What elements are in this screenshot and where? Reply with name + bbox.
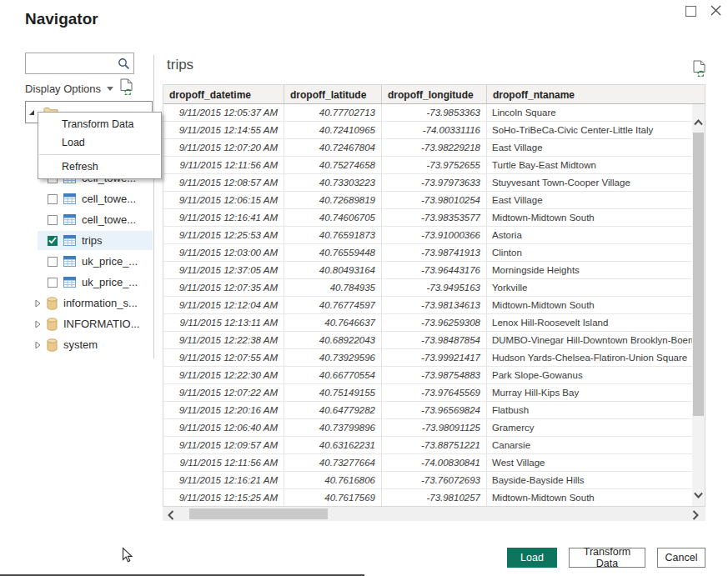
horizontal-scrollbar[interactable] — [163, 507, 705, 521]
cell: 40.64779282 — [284, 402, 382, 418]
cell: 9/11/2015 12:11:56 AM — [163, 157, 284, 173]
cell: 9/11/2015 12:22:38 AM — [163, 332, 284, 348]
column-header-dropoff_longitude[interactable]: dropoff_longitude — [382, 85, 487, 103]
cell: -73.91000366 — [382, 227, 487, 243]
cancel-button[interactable]: Cancel — [657, 548, 705, 568]
horizontal-scroll-thumb[interactable] — [189, 508, 328, 519]
cell: 9/11/2015 12:05:37 AM — [163, 104, 284, 121]
cell: DUMBO-Vinegar Hill-Downtown Brooklyn-Boe… — [487, 332, 692, 348]
navigator-dialog: Navigator Display Options — [0, 0, 728, 576]
load-button[interactable]: Load — [507, 548, 557, 568]
tree-item-informatio[interactable]: INFORMATIO... — [25, 313, 153, 334]
scroll-right-icon[interactable] — [692, 508, 699, 523]
checkbox[interactable] — [48, 194, 58, 204]
cell: 9/11/2015 12:06:40 AM — [163, 419, 284, 436]
cell: Lincoln Square — [487, 104, 692, 121]
cell: -74.00331116 — [382, 122, 487, 138]
cell: -74.00830841 — [382, 454, 487, 471]
cell: 40.63162231 — [284, 437, 382, 453]
table-body: 9/11/2015 12:05:37 AM40.77702713-73.9853… — [163, 104, 692, 506]
cell: Midtown-Midtown South — [487, 297, 692, 313]
table-row: 9/11/2015 12:07:55 AM40.73929596-73.9992… — [163, 349, 692, 367]
cell: -73.96569824 — [382, 402, 487, 418]
menu-item-transform-data[interactable]: Transform Data — [38, 115, 161, 133]
menu-item-refresh[interactable]: Refresh — [38, 158, 161, 176]
menu-item-load[interactable]: Load — [38, 133, 161, 152]
table-icon — [63, 193, 76, 204]
table-row: 9/11/2015 12:08:57 AM40.73303223-73.9797… — [163, 174, 692, 192]
tree-item-uk-price[interactable]: uk_price_... — [25, 272, 153, 293]
cell: 9/11/2015 12:14:55 AM — [163, 122, 284, 138]
cell: -73.98091125 — [382, 419, 487, 436]
table-icon — [63, 277, 76, 288]
preview-table: dropoff_datetimedropoff_latitudedropoff_… — [163, 84, 705, 507]
cell: -73.9810257 — [382, 489, 487, 506]
tree-item-label: cell_towe... — [82, 193, 136, 205]
cell: -73.98353577 — [382, 209, 487, 226]
vertical-scroll-thumb[interactable] — [693, 133, 704, 416]
tree-item-trips[interactable]: trips — [25, 230, 153, 251]
column-header-dropoff_ntaname[interactable]: dropoff_ntaname — [487, 85, 705, 103]
cell: 40.73303223 — [284, 174, 382, 191]
cell: 9/11/2015 12:16:21 AM — [163, 472, 284, 488]
cell: 40.74606705 — [284, 209, 382, 226]
column-header-dropoff_datetime[interactable]: dropoff_datetime — [163, 85, 284, 103]
cell: -73.9853363 — [382, 104, 487, 121]
table-icon — [63, 214, 76, 225]
checkbox[interactable] — [48, 257, 58, 267]
cell: 9/11/2015 12:03:00 AM — [163, 244, 284, 261]
cell: -73.9752655 — [382, 157, 487, 173]
cell: -73.98754883 — [382, 367, 487, 383]
cell: Park Slope-Gowanus — [487, 367, 692, 383]
transform-data-button[interactable]: Transform Data — [569, 548, 645, 568]
checkbox[interactable] — [48, 278, 58, 288]
vertical-scrollbar[interactable] — [692, 104, 705, 506]
checkbox[interactable] — [48, 215, 58, 225]
refresh-preview-icon[interactable] — [693, 60, 707, 77]
checkbox[interactable] — [48, 236, 58, 246]
column-header-dropoff_latitude[interactable]: dropoff_latitude — [284, 85, 382, 103]
cell: 40.72467804 — [284, 139, 382, 156]
cell: Yorkville — [487, 279, 692, 296]
scroll-down-icon[interactable] — [694, 487, 703, 502]
cell: Hudson Yards-Chelsea-Flatiron-Union Squa… — [487, 349, 692, 366]
table-row: 9/11/2015 12:15:25 AM40.7617569-73.98102… — [163, 489, 692, 506]
tree-item-label: uk_price_... — [82, 255, 138, 268]
table-row: 9/11/2015 12:07:20 AM40.72467804-73.9822… — [163, 139, 692, 157]
maximize-button[interactable] — [685, 6, 696, 17]
table-header-row: dropoff_datetimedropoff_latitudedropoff_… — [163, 85, 705, 104]
expand-arrow-icon[interactable] — [35, 341, 41, 349]
table-row: 9/11/2015 12:07:22 AM40.75149155-73.9764… — [163, 384, 692, 402]
scroll-left-icon[interactable] — [168, 508, 174, 523]
tree-item-cell-towe[interactable]: cell_towe... — [25, 188, 153, 209]
cell: 40.75274658 — [284, 157, 382, 173]
tree-item-uk-price[interactable]: uk_price_... — [25, 251, 153, 272]
scroll-up-icon[interactable] — [694, 114, 703, 129]
cell: -73.96443176 — [382, 262, 487, 278]
close-button[interactable] — [709, 3, 722, 17]
database-icon — [47, 338, 58, 352]
cell: -73.88751221 — [382, 437, 487, 453]
refresh-source-icon[interactable] — [120, 78, 134, 95]
cell: Astoria — [487, 227, 692, 243]
expand-arrow-icon[interactable] — [35, 299, 41, 308]
search-icon[interactable] — [118, 58, 130, 70]
table-row: 9/11/2015 12:22:38 AM40.68922043-73.9848… — [163, 332, 692, 349]
tree-item-system[interactable]: system — [25, 334, 153, 355]
table-row: 9/11/2015 12:11:56 AM40.75274658-73.9752… — [163, 157, 692, 174]
cell: 9/11/2015 12:11:56 AM — [163, 454, 284, 471]
table-row: 9/11/2015 12:14:55 AM40.72410965-74.0033… — [163, 122, 692, 139]
cell: 40.72410965 — [284, 122, 382, 138]
tree-item-information-s[interactable]: information_s... — [25, 293, 153, 313]
cell: 9/11/2015 12:09:57 AM — [163, 437, 284, 453]
expand-arrow-icon[interactable] — [35, 320, 41, 328]
table-row: 9/11/2015 12:37:05 AM40.80493164-73.9644… — [163, 262, 692, 279]
expanded-triangle-icon[interactable] — [28, 109, 35, 116]
cell: Midtown-Midtown South — [487, 489, 692, 506]
mouse-cursor-icon — [122, 547, 133, 563]
cell: SoHo-TriBeCa-Civic Center-Little Italy — [487, 122, 692, 138]
tree-item-cell-towe[interactable]: cell_towe... — [25, 209, 153, 230]
display-options-dropdown[interactable]: Display Options — [25, 83, 113, 95]
cell: -73.76072693 — [382, 472, 487, 488]
cell: -73.98134613 — [382, 297, 487, 313]
